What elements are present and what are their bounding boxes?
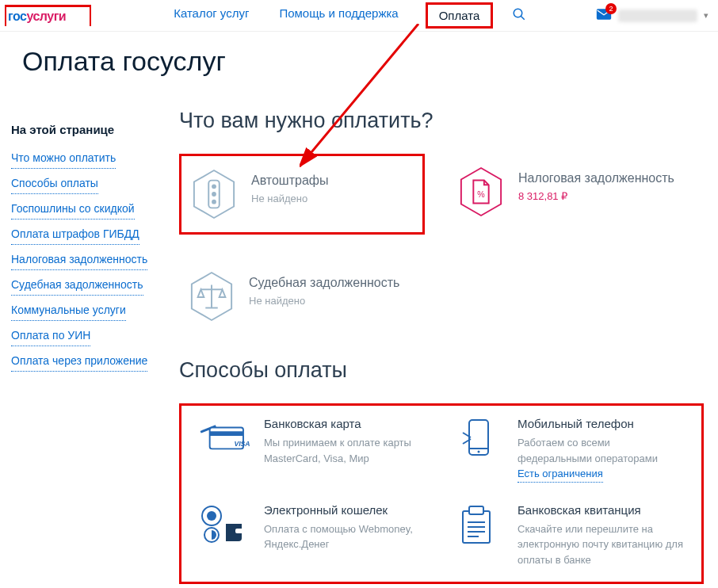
logo-text1: гос <box>8 10 26 23</box>
pay-name: Банковская карта <box>264 417 433 430</box>
service-name: Автоштрафы <box>251 174 329 188</box>
chevron-down-icon: ▾ <box>704 10 708 21</box>
pay-name: Банковская квитанция <box>517 503 687 517</box>
user-menu[interactable]: 2 ▾ <box>596 8 708 24</box>
svg-point-7 <box>212 192 216 197</box>
service-name: Налоговая задолженность <box>518 171 674 185</box>
svg-rect-26 <box>469 506 483 514</box>
sidebar-link-6[interactable]: Коммунальные услуги <box>11 300 126 321</box>
pay-method-card[interactable]: VISA Банковская карта Мы принимаем к опл… <box>196 417 433 483</box>
ewallet-icon <box>196 503 250 568</box>
pay-method-mobile[interactable]: Мобильный телефон Работаем со всеми феде… <box>449 417 687 483</box>
service-sub: 8 312,81 ₽ <box>518 190 674 202</box>
service-fines[interactable]: Автоштрафы Не найдено <box>179 154 425 235</box>
svg-point-20 <box>478 451 480 453</box>
pay-method-receipt[interactable]: Банковская квитанция Скачайте или перешл… <box>449 503 687 568</box>
svg-rect-16 <box>210 431 243 436</box>
page-title: Оплата госуслуг <box>0 32 718 85</box>
search-icon[interactable] <box>512 7 526 25</box>
mail-icon[interactable]: 2 <box>596 8 612 24</box>
sidebar-link-0[interactable]: Что можно оплатить <box>11 147 116 169</box>
receipt-icon <box>449 503 503 568</box>
sidebar-link-5[interactable]: Судебная задолженность <box>11 274 143 296</box>
sidebar-link-1[interactable]: Способы оплаты <box>11 173 98 194</box>
service-sub: Не найдено <box>249 295 399 307</box>
nav-payment[interactable]: Оплата <box>426 2 494 29</box>
pay-limit-link[interactable]: Есть ограничения <box>517 466 603 483</box>
pay-sub: Работаем со всеми федеральными оператора… <box>517 435 687 466</box>
logo[interactable]: госуслуги <box>5 5 91 26</box>
nav-catalog[interactable]: Каталог услуг <box>170 2 252 29</box>
svg-text:%: % <box>477 189 485 199</box>
svg-point-8 <box>212 200 216 204</box>
nav-help[interactable]: Помощь и поддержка <box>276 2 401 29</box>
mobile-icon <box>449 417 503 483</box>
svg-rect-18 <box>469 420 488 455</box>
pay-name: Мобильный телефон <box>517 417 687 430</box>
svg-text:VISA: VISA <box>234 440 250 448</box>
payment-title: Способы оплаты <box>179 358 704 383</box>
sidebar: На этой странице Что можно оплатить Спос… <box>6 109 165 584</box>
svg-point-0 <box>514 9 523 17</box>
svg-line-1 <box>521 16 525 20</box>
service-tax[interactable]: % Налоговая задолженность 8 312,81 ₽ <box>449 154 694 235</box>
sidebar-link-2[interactable]: Госпошлины со скидкой <box>11 198 135 220</box>
pay-sub: Оплата с помощью Webmoney, Яндекс.Денег <box>264 521 433 552</box>
service-name: Судебная задолженность <box>249 276 399 290</box>
document-percent-icon: % <box>458 166 504 217</box>
sidebar-link-3[interactable]: Оплата штрафов ГИБДД <box>11 223 139 245</box>
sidebar-title: На этой странице <box>11 123 165 136</box>
svg-point-6 <box>212 184 216 189</box>
service-sub: Не найдено <box>251 193 329 204</box>
pay-method-wallet[interactable]: Электронный кошелек Оплата с помощью Web… <box>196 503 433 568</box>
top-nav: госуслуги Каталог услуг Помощь и поддерж… <box>0 0 718 32</box>
svg-rect-24 <box>235 529 243 533</box>
scales-icon <box>189 271 235 322</box>
services-title: Что вам нужно оплатить? <box>179 109 704 133</box>
service-court[interactable]: Судебная задолженность Не найдено <box>179 258 425 334</box>
mail-badge: 2 <box>605 3 617 14</box>
sidebar-link-4[interactable]: Налоговая задолженность <box>11 249 147 270</box>
user-name-blurred <box>618 10 697 22</box>
pay-sub: Скачайте или перешлите на электронную по… <box>517 521 687 568</box>
pay-sub: Мы принимаем к оплате карты MasterCard, … <box>264 435 433 466</box>
card-icon: VISA <box>196 417 250 483</box>
traffic-light-icon <box>191 169 237 220</box>
nav-items: Каталог услуг Помощь и поддержка Оплата <box>170 2 493 29</box>
payment-grid: VISA Банковская карта Мы принимаем к опл… <box>179 403 704 584</box>
svg-point-22 <box>207 511 216 521</box>
sidebar-link-8[interactable]: Оплата через приложение <box>11 350 147 372</box>
logo-text2: услуги <box>26 10 66 23</box>
content: Что вам нужно оплатить? Автоштрафы Не на… <box>165 109 704 584</box>
pay-name: Электронный кошелек <box>264 503 433 517</box>
sidebar-link-7[interactable]: Оплата по УИН <box>11 325 90 346</box>
